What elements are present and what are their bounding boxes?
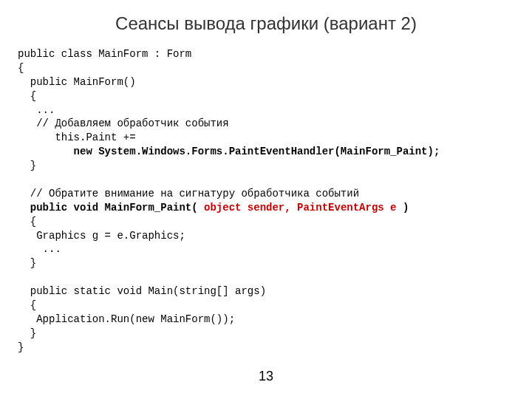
code-line: new System.Windows.Forms.PaintEventHandl…: [18, 146, 440, 157]
code-line: public static void Main(string[] args): [18, 285, 266, 297]
code-line: public class MainForm : Form: [18, 48, 191, 60]
code-line: ...: [18, 243, 61, 255]
code-line-sig-end: ): [397, 202, 409, 214]
slide-title: Сеансы вывода графики (вариант 2): [0, 0, 532, 41]
page-number: 13: [0, 369, 532, 384]
code-block: public class MainForm : Form { public Ma…: [0, 41, 532, 355]
code-line: {: [18, 299, 36, 311]
code-line: ...: [18, 104, 55, 116]
code-line: }: [18, 257, 36, 269]
code-line: {: [18, 90, 36, 102]
code-line: }: [18, 341, 24, 353]
code-line-sig-params: object sender, PaintEventArgs e: [204, 202, 396, 214]
code-line: Application.Run(new MainForm());: [18, 313, 235, 325]
code-line: Graphics g = e.Graphics;: [18, 230, 185, 242]
code-line: }: [18, 160, 36, 171]
code-line: }: [18, 327, 36, 339]
code-line: this.Paint +=: [18, 132, 136, 143]
code-line: {: [18, 216, 36, 228]
code-line: // Обратите внимание на сигнатуру обрабо…: [18, 188, 359, 200]
code-line: public MainForm(): [18, 76, 136, 88]
code-line-sig-front: public void MainForm_Paint(: [18, 202, 204, 214]
code-line: // Добавляем обработчик события: [18, 117, 229, 129]
code-line: {: [18, 62, 24, 74]
